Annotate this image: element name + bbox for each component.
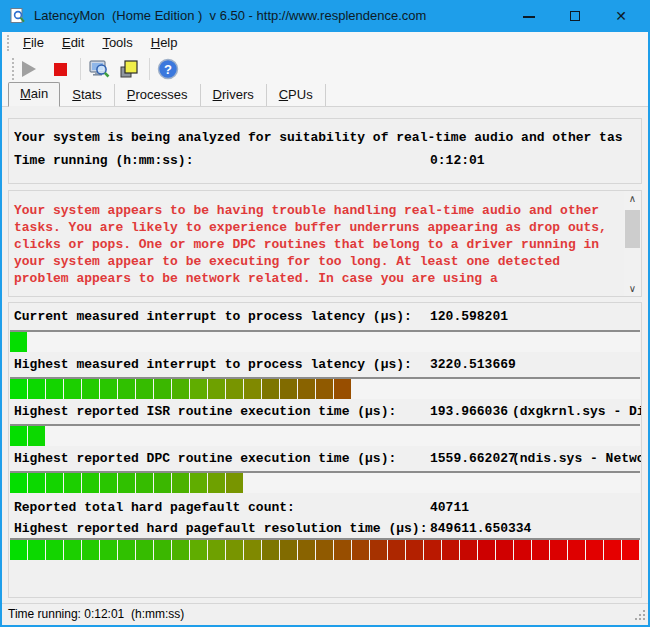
measurement-value: 193.966036 [430,404,508,419]
latency-bar-current [10,330,640,352]
measurement-label: Highest reported hard pagefault resoluti… [14,521,427,536]
minimize-button[interactable] [512,0,546,32]
isr-bar [10,424,640,446]
menu-edit[interactable]: Edit [53,32,93,54]
tab-stats[interactable]: Stats [60,84,115,106]
pagefault-bar [10,538,640,560]
menubar-gripper[interactable] [7,35,10,51]
report-pages-icon[interactable] [118,58,140,80]
warning-scrollbar[interactable]: ∧ ∨ [624,191,641,296]
measurement-value: 3220.513669 [430,357,516,372]
statusbar: Time running: 0:12:01 (h:mm:ss) [0,603,650,625]
status-text: Time running: 0:12:01 (h:mm:ss) [8,607,184,621]
menu-help[interactable]: Help [142,32,187,54]
latencymon-window: LatencyMon (Home Edition ) v 6.50 - http… [0,0,650,627]
tab-cpus[interactable]: CPUs [267,84,326,106]
measurement-label: Highest measured interrupt to process la… [14,357,412,372]
analyze-system-icon[interactable] [88,58,110,80]
menu-tools[interactable]: Tools [93,32,141,54]
maximize-button[interactable] [558,0,592,32]
time-running-label: Time running (h:mm:ss): [14,153,193,168]
tab-drivers[interactable]: Drivers [201,84,267,106]
measurement-driver: (dxgkrnl.sys - Dire [512,404,641,419]
warning-text: Your system appears to be having trouble… [14,202,610,287]
toolbar-separator [149,58,150,80]
menubar: File Edit Tools Help [2,32,648,54]
measurement-value: 40711 [430,500,469,515]
stop-icon[interactable] [54,63,67,76]
app-icon [10,8,26,24]
toolbar-gripper[interactable] [12,58,15,80]
measurement-value: 849611.650334 [430,521,531,536]
dpc-bar [10,471,640,493]
scroll-up-icon[interactable]: ∧ [624,191,641,206]
help-icon[interactable]: ? [157,58,179,80]
tabbar: Main Stats Processes Drivers CPUs [2,84,648,107]
measurement-value: 1559.662027 [430,451,516,466]
toolbar: ? [2,54,648,84]
resize-grip-icon[interactable] [643,618,645,620]
analysis-box [8,118,642,184]
measurement-label: Highest reported ISR routine execution t… [14,404,396,419]
maximize-icon [570,11,580,21]
svg-text:?: ? [164,62,172,77]
scroll-down-icon[interactable]: ∨ [624,281,641,296]
measurement-label: Reported total hard pagefault count: [14,500,295,515]
close-button[interactable]: ✕ [604,0,638,32]
tab-main[interactable]: Main [8,82,60,107]
measurement-label: Current measured interrupt to process la… [14,309,412,324]
time-running-value: 0:12:01 [430,153,485,168]
minimize-icon [523,16,535,18]
window-title: LatencyMon (Home Edition ) v 6.50 - http… [34,0,426,32]
tab-processes[interactable]: Processes [115,84,201,106]
window-border-left [0,32,2,627]
scroll-thumb[interactable] [625,210,640,248]
measurement-value: 120.598201 [430,309,508,324]
measurement-label: Highest reported DPC routine execution t… [14,451,396,466]
titlebar: LatencyMon (Home Edition ) v 6.50 - http… [0,0,650,32]
measurement-driver: (ndis.sys - Networ [512,451,641,466]
toolbar-separator [80,58,81,80]
play-icon[interactable] [22,61,36,77]
analysis-intro: Your system is being analyzed for suitab… [14,130,638,145]
latency-bar-highest [10,377,640,399]
menu-file[interactable]: File [14,32,53,54]
close-icon: ✕ [615,8,627,24]
